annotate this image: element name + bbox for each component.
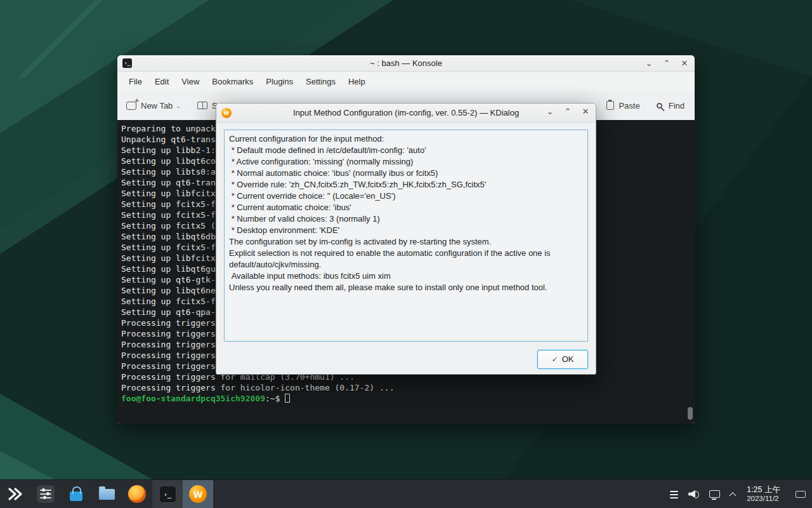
- terminal-cursor: [285, 394, 290, 403]
- display-icon[interactable]: [709, 490, 720, 498]
- clock-date: 2023/11/2: [747, 494, 778, 503]
- ok-button[interactable]: ✓ OK: [537, 350, 588, 369]
- volume-icon[interactable]: [688, 490, 699, 498]
- dialog-message-line: * Current override choice: '' (Locale='e…: [229, 190, 583, 202]
- im-config-icon: W: [189, 485, 207, 503]
- menu-item[interactable]: Help: [342, 74, 372, 89]
- dialog-message-frame: Current configuration for the input meth…: [224, 130, 588, 342]
- prompt-user-host: foo@foo-standardpcq35ich92009: [121, 394, 265, 403]
- dialog-minimize-icon[interactable]: ⌄: [545, 107, 555, 117]
- new-tab-dropdown-icon[interactable]: ⌄: [176, 103, 181, 110]
- menu-item[interactable]: Plugins: [259, 74, 299, 89]
- search-icon: [657, 103, 662, 109]
- dialog-body: Current configuration for the input meth…: [216, 123, 596, 344]
- discover-icon: [70, 491, 82, 501]
- scrollbar-thumb[interactable]: [688, 407, 693, 420]
- dialog-message-line: * Normal automatic choice: 'ibus' (norma…: [229, 168, 583, 179]
- terminal-line: Processing triggers for hicolor-icon-the…: [121, 382, 684, 393]
- dialog-message-line: Explicit selection is not required to en…: [229, 248, 583, 271]
- firefox-icon: [128, 485, 146, 503]
- dialog-titlebar[interactable]: W Input Method Configuration (im-config,…: [216, 104, 596, 123]
- show-desktop-button[interactable]: [796, 491, 806, 498]
- dialog-message-line: * Default mode defined in /etc/default/i…: [229, 145, 583, 156]
- dialog-message-line: * Override rule: 'zh_CN,fcitx5:zh_TW,fci…: [229, 179, 583, 190]
- clock-widget[interactable]: 1:25 上午 2023/11/2: [744, 485, 783, 503]
- konsole-window-title: ~ : bash — Konsole: [117, 58, 695, 68]
- dialog-message-line: * Current automatic choice: 'ibus': [229, 202, 583, 213]
- find-label: Find: [669, 101, 684, 110]
- split-view-icon: [197, 102, 207, 109]
- menu-item[interactable]: File: [122, 74, 148, 89]
- find-button[interactable]: Find: [657, 101, 684, 110]
- check-icon: ✓: [552, 355, 558, 364]
- terminal-scrollbar[interactable]: [687, 121, 693, 422]
- notifications-icon[interactable]: [670, 491, 678, 492]
- folder-icon: [99, 489, 115, 500]
- system-tray: [670, 490, 735, 498]
- dialog-message-line: Available input methods: ibus fcitx5 uim…: [229, 271, 583, 282]
- taskbar-right: 1:25 上午 2023/11/2: [670, 480, 812, 508]
- menu-item[interactable]: Settings: [299, 74, 342, 89]
- paste-label: Paste: [619, 101, 639, 110]
- im-config-task-button[interactable]: W: [183, 480, 213, 508]
- menu-item[interactable]: View: [175, 74, 206, 89]
- tray-expand-icon[interactable]: [730, 492, 737, 499]
- dialog-message-line: Unless you really need them all, please …: [229, 282, 583, 293]
- file-manager-button[interactable]: [91, 480, 122, 508]
- desktop: ›_ ~ : bash — Konsole ⌄ ⌃ ✕ FileEditView…: [0, 0, 812, 508]
- konsole-menubar: FileEditViewBookmarksPluginsSettingsHelp: [117, 72, 695, 91]
- new-tab-label: New Tab: [141, 101, 173, 110]
- taskbar: ›_ W 1:25 上午 2023/11/2: [0, 479, 812, 508]
- close-icon[interactable]: ✕: [679, 58, 690, 69]
- dialog-message-line: * Active configuration: 'missing' (norma…: [229, 156, 583, 168]
- dialog-title: Input Method Configuration (im-config, v…: [216, 108, 596, 117]
- dialog-maximize-icon[interactable]: ⌃: [563, 107, 573, 117]
- new-tab-button[interactable]: New Tab ⌄: [126, 101, 181, 110]
- konsole-icon: ›_: [159, 486, 176, 503]
- terminal-prompt-line: foo@foo-standardpcq35ich92009:~$: [121, 393, 684, 404]
- menu-item[interactable]: Edit: [148, 74, 175, 89]
- prompt-suffix: :~$: [265, 394, 280, 403]
- clock-time: 1:25 上午: [747, 485, 780, 494]
- settings-sliders-button[interactable]: [30, 480, 61, 508]
- menu-item[interactable]: Bookmarks: [206, 74, 259, 89]
- dialog-close-icon[interactable]: ✕: [580, 107, 591, 117]
- dialog-message-line: * Number of valid choices: 3 (normally 1…: [229, 213, 583, 225]
- firefox-button[interactable]: [122, 480, 152, 508]
- dialog-message-line: The configuration set by im-config is ac…: [229, 236, 583, 248]
- dialog-footer: ✓ OK: [216, 344, 596, 374]
- konsole-task-button[interactable]: ›_: [152, 480, 183, 508]
- launcher-arrows-icon: [7, 486, 23, 502]
- app-launcher-button[interactable]: [0, 480, 30, 508]
- minimize-icon[interactable]: ⌄: [644, 58, 654, 69]
- paste-button[interactable]: Paste: [606, 101, 639, 110]
- taskbar-left: ›_ W: [0, 480, 213, 508]
- dialog-message-line: Current configuration for the input meth…: [229, 133, 583, 145]
- discover-button[interactable]: [61, 480, 91, 508]
- sliders-icon: [37, 485, 55, 503]
- dialog-message-line: * Desktop environment: 'KDE': [229, 225, 583, 236]
- ok-label: OK: [562, 354, 574, 364]
- new-tab-icon: [126, 102, 136, 110]
- maximize-icon[interactable]: ⌃: [662, 58, 672, 69]
- im-config-dialog: W Input Method Configuration (im-config,…: [216, 103, 596, 375]
- konsole-titlebar[interactable]: ›_ ~ : bash — Konsole ⌄ ⌃ ✕: [117, 55, 695, 72]
- paste-icon: [606, 101, 614, 110]
